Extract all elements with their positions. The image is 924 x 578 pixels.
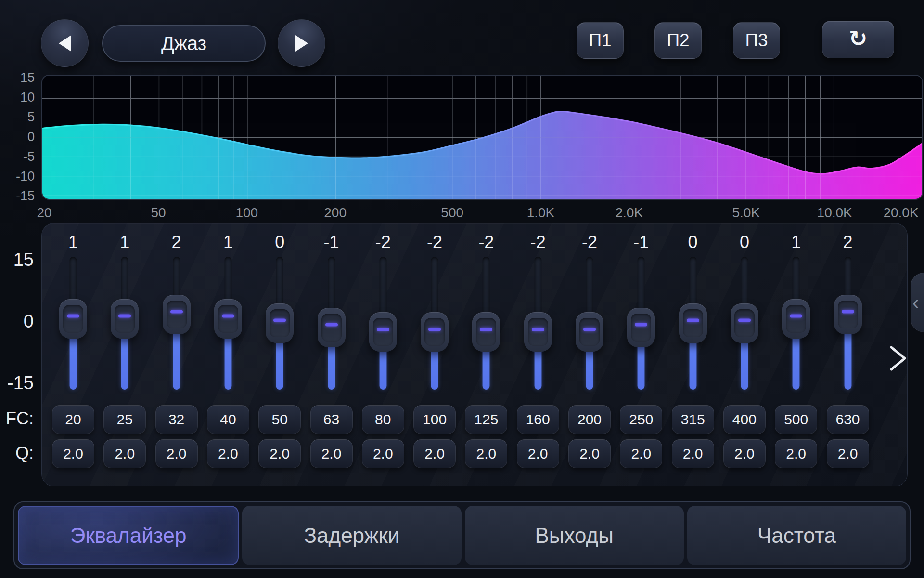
band-q-chip[interactable]: 2.0: [103, 439, 146, 468]
slider-thumb[interactable]: [524, 312, 552, 352]
band-fc-chip[interactable]: 80: [362, 405, 404, 434]
band-slider[interactable]: [615, 257, 667, 390]
slider-thumb[interactable]: [782, 299, 810, 339]
band-q-chip[interactable]: 2.0: [465, 439, 507, 468]
band-slider[interactable]: [770, 257, 822, 390]
tab-0[interactable]: Эквалайзер: [18, 506, 239, 565]
preset-prev-button[interactable]: [41, 19, 89, 67]
band-q-chip[interactable]: 2.0: [310, 439, 353, 468]
band-slider[interactable]: [254, 257, 306, 390]
slider-thumb[interactable]: [214, 299, 242, 339]
slider-thumb[interactable]: [266, 303, 294, 343]
tab-3[interactable]: Частота: [687, 506, 906, 565]
next-bands-chevron-icon[interactable]: [886, 344, 910, 373]
band-q-value: 2.0: [579, 446, 600, 462]
band-fc-value: 80: [375, 411, 391, 428]
eq-band: -2 100 2.0: [409, 223, 461, 486]
slider-thumb[interactable]: [472, 312, 500, 352]
band-slider[interactable]: [460, 257, 512, 390]
band-slider[interactable]: [99, 257, 151, 390]
band-fc-chip[interactable]: 32: [155, 405, 198, 434]
x-tick-label: 500: [419, 205, 486, 221]
slider-thumb[interactable]: [421, 312, 449, 352]
band-fc-value: 200: [578, 411, 602, 428]
band-slider[interactable]: [202, 257, 254, 390]
reset-button[interactable]: ↻: [822, 21, 894, 58]
slider-thumb-inner: [528, 318, 548, 346]
band-q-value: 2.0: [63, 446, 83, 462]
band-q-chip[interactable]: 2.0: [52, 439, 94, 468]
band-fc-chip[interactable]: 160: [517, 405, 559, 434]
slider-thumb[interactable]: [59, 299, 87, 339]
slider-scale-zero: 0: [0, 311, 34, 332]
band-fc-chip[interactable]: 125: [465, 405, 507, 434]
x-tick-label: 10.0K: [801, 205, 868, 221]
band-fc-chip[interactable]: 50: [258, 405, 301, 434]
slider-thumb-inner: [838, 301, 858, 328]
slider-thumb[interactable]: [731, 303, 758, 343]
band-fc-chip[interactable]: 20: [52, 405, 94, 434]
band-slider[interactable]: [357, 257, 409, 390]
band-q-chip[interactable]: 2.0: [620, 439, 662, 468]
preset-name-display[interactable]: Джаз: [102, 25, 266, 62]
band-slider[interactable]: [512, 257, 564, 390]
q-row-label: Q:: [0, 443, 34, 463]
band-q-chip[interactable]: 2.0: [362, 439, 404, 468]
slider-fill: [638, 340, 645, 390]
band-q-chip[interactable]: 2.0: [258, 439, 301, 468]
band-slider[interactable]: [151, 257, 203, 390]
band-q-chip[interactable]: 2.0: [517, 439, 559, 468]
band-slider[interactable]: [719, 257, 770, 390]
slider-thumb-inner: [424, 318, 445, 346]
band-fc-chip[interactable]: 500: [775, 405, 817, 434]
slider-thumb[interactable]: [834, 295, 862, 334]
band-fc-chip[interactable]: 315: [672, 405, 714, 434]
band-fc-chip[interactable]: 250: [620, 405, 662, 434]
band-q-chip[interactable]: 2.0: [155, 439, 198, 468]
band-slider[interactable]: [822, 257, 874, 390]
preset-slot-1-button[interactable]: П1: [577, 22, 624, 59]
band-slider[interactable]: [667, 257, 719, 390]
slider-fill: [793, 331, 800, 390]
band-q-chip[interactable]: 2.0: [827, 439, 869, 468]
side-panel-handle[interactable]: ‹: [911, 273, 924, 332]
band-slider[interactable]: [306, 257, 358, 390]
tab-1[interactable]: Задержки: [242, 506, 461, 565]
band-q-chip[interactable]: 2.0: [568, 439, 611, 468]
slider-thumb-dash-icon: [170, 310, 183, 313]
band-q-chip[interactable]: 2.0: [207, 439, 249, 468]
band-fc-chip[interactable]: 25: [103, 405, 146, 434]
slider-thumb[interactable]: [163, 295, 191, 334]
preset-next-button[interactable]: [278, 19, 325, 67]
slider-thumb[interactable]: [679, 303, 707, 343]
band-q-chip[interactable]: 2.0: [672, 439, 714, 468]
band-fc-chip[interactable]: 40: [207, 405, 249, 434]
band-slider[interactable]: [564, 257, 616, 390]
band-fc-chip[interactable]: 630: [827, 405, 869, 434]
band-fc-value: 32: [168, 411, 184, 428]
preset-slot-3-label: П3: [745, 30, 768, 51]
band-q-chip[interactable]: 2.0: [775, 439, 817, 468]
slider-thumb[interactable]: [318, 308, 346, 347]
right-triangle-icon: [294, 34, 309, 53]
tab-2[interactable]: Выходы: [465, 506, 684, 565]
eq-curve-graph: [41, 75, 923, 200]
slider-thumb[interactable]: [627, 308, 655, 347]
slider-thumb-inner: [476, 318, 496, 346]
band-q-value: 2.0: [528, 446, 548, 462]
band-slider[interactable]: [47, 257, 99, 390]
band-fc-chip[interactable]: 400: [723, 405, 766, 434]
band-fc-chip[interactable]: 100: [413, 405, 456, 434]
slider-thumb[interactable]: [111, 299, 139, 339]
slider-thumb[interactable]: [576, 312, 603, 352]
band-q-chip[interactable]: 2.0: [413, 439, 456, 468]
band-fc-chip[interactable]: 200: [568, 405, 611, 434]
band-fc-chip[interactable]: 63: [310, 405, 353, 434]
slider-thumb[interactable]: [369, 312, 397, 352]
band-gain-value: -1: [615, 232, 667, 252]
eq-band: 1 25 2.0: [99, 223, 151, 486]
preset-slot-2-button[interactable]: П2: [654, 22, 702, 59]
preset-slot-3-button[interactable]: П3: [733, 22, 780, 59]
band-q-chip[interactable]: 2.0: [723, 439, 766, 468]
band-slider[interactable]: [409, 257, 461, 390]
